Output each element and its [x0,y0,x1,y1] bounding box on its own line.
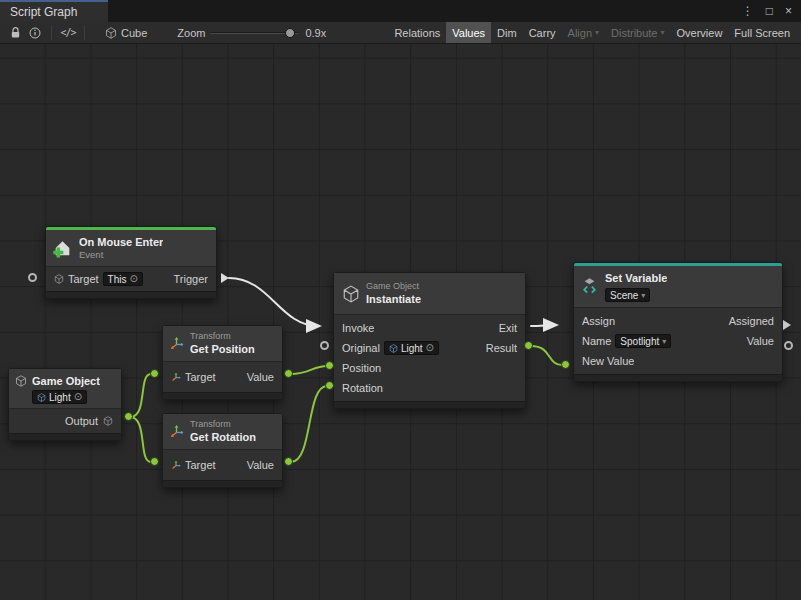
port-row: Target Value [163,454,282,476]
node-header[interactable]: Transform Get Rotation [163,414,282,450]
cube-icon [342,285,360,303]
wire-light-to-getrotation-target[interactable] [130,417,151,462]
transform-icon [169,336,184,351]
object-picker-icon[interactable]: ⊙ [129,274,137,284]
node-header[interactable]: On Mouse Enter Event [46,230,216,267]
wire-light-to-getposition-target[interactable] [130,374,151,417]
port-set-variable-new-value-input[interactable] [561,360,570,369]
node-title: Game Object [32,374,100,388]
info-icon[interactable] [25,24,45,42]
node-footer [574,374,782,381]
node-header[interactable]: Set Variable Scene ▾ [574,266,782,308]
zoom-value: 0.9x [305,27,326,39]
toolbar-button-carry[interactable]: Carry [523,22,562,43]
node-category: Transform [190,331,255,342]
wire-result-to-new-value[interactable] [531,346,562,365]
chevron-down-icon: ▾ [662,337,666,346]
tab-script-graph[interactable]: Script Graph [0,0,108,22]
port-get-position-value-output[interactable] [284,369,293,378]
node-header[interactable]: Game Object Light ⊙ [9,369,121,409]
toolbar-button-overview[interactable]: Overview [671,22,729,43]
node-get-rotation[interactable]: Transform Get Rotation Targe [162,413,283,488]
port-game-object-output[interactable] [124,412,133,421]
wire-trigger-to-invoke[interactable] [229,278,318,326]
name-port-label: Name [582,335,611,347]
graph-toolbar: </> Cube Zoom 0.9x Relations Values Dim … [0,22,801,44]
tab-title: Script Graph [10,5,77,19]
zoom-slider[interactable] [211,27,299,39]
port-get-rotation-target-input[interactable] [150,457,159,466]
port-get-rotation-value-output[interactable] [284,457,293,466]
port-row: Invoke Exit [334,318,525,338]
toolbar-separator [51,26,52,40]
port-row: Original Light ⊙ Result [334,338,525,358]
node-title: On Mouse Enter [79,235,163,249]
toolbar-button-dim[interactable]: Dim [491,22,523,43]
original-value-chip[interactable]: Light ⊙ [384,341,439,355]
context-label: Cube [121,27,147,39]
original-port-label: Original [342,342,380,354]
target-port-label: Target [68,273,99,285]
port-row: Position [334,358,525,378]
node-footer [334,401,525,408]
node-footer [163,392,282,399]
port-trigger-output[interactable] [221,273,229,283]
chevron-down-icon: ▾ [641,291,645,300]
wire-rotation-value-to-instantiate[interactable] [291,386,327,462]
node-get-position[interactable]: Transform Get Position Targe [162,325,283,400]
assigned-port-label: Assigned [729,315,774,327]
node-category: Game Object [366,281,421,292]
port-instantiate-rotation-input[interactable] [325,381,334,390]
node-instantiate[interactable]: Game Object Instantiate Invoke Exit Orig… [333,272,526,409]
object-picker-icon[interactable]: ⊙ [426,343,434,353]
node-set-variable[interactable]: Set Variable Scene ▾ Assign Assigned [573,262,783,382]
node-header[interactable]: Game Object Instantiate [334,273,525,315]
window-menu-icon[interactable]: ⋮ [742,5,754,17]
game-object-value-chip[interactable]: Light ⊙ [32,390,87,404]
port-on-mouse-enter-target-input[interactable] [28,273,37,282]
object-picker-icon[interactable]: ⊙ [74,392,82,402]
toolbar-button-align[interactable]: Align ▾ [562,22,605,43]
port-row: Target This ⊙ Trigger [46,269,216,289]
zoom-slider-knob[interactable] [285,28,295,38]
node-title: Get Rotation [190,430,256,444]
target-value-chip[interactable]: This ⊙ [103,272,143,286]
port-row: Output [9,411,121,431]
rotation-port-label: Rotation [342,382,383,394]
chevron-down-icon: ▾ [595,28,599,37]
toolbar-button-values[interactable]: Values [446,22,491,43]
toolbar-button-full-screen[interactable]: Full Screen [728,22,796,43]
new-value-port-label: New Value [582,355,634,367]
unity-script-graph-window: Script Graph ⋮ □ × </> Cube Zoom [0,0,801,600]
port-instantiate-position-input[interactable] [325,361,334,370]
graph-canvas[interactable]: On Mouse Enter Event Target This ⊙ [0,44,801,600]
output-port-label: Output [65,415,98,427]
toolbar-button-relations[interactable]: Relations [388,22,446,43]
close-icon[interactable]: × [785,5,792,17]
variable-scope-dropdown[interactable]: Scene ▾ [605,288,650,302]
wire-exit-to-assign[interactable] [531,325,555,326]
port-set-variable-assigned-output[interactable] [783,320,791,330]
toolbar-button-distribute[interactable]: Distribute ▾ [605,22,670,43]
port-instantiate-original-input[interactable] [320,341,329,350]
node-on-mouse-enter[interactable]: On Mouse Enter Event Target This ⊙ [45,226,217,299]
lock-icon[interactable] [5,24,25,42]
port-set-variable-value-output[interactable] [784,341,793,350]
port-get-position-target-input[interactable] [150,369,159,378]
wire-position-value-to-instantiate[interactable] [291,366,327,374]
node-game-object-light[interactable]: Game Object Light ⊙ Output [8,368,122,441]
code-view-icon[interactable]: </> [58,24,78,42]
variable-name-dropdown[interactable]: Spotlight ▾ [615,334,671,348]
chevron-down-icon: ▾ [661,28,665,37]
value-port-label: Value [247,371,274,383]
position-port-label: Position [342,362,381,374]
port-instantiate-result-output[interactable] [524,341,533,350]
cube-icon [389,344,398,353]
exit-port-label: Exit [499,322,517,334]
invoke-port-label: Invoke [342,322,374,334]
node-footer [46,291,216,298]
graph-context-breadcrumb[interactable]: Cube [105,27,147,39]
maximize-icon[interactable]: □ [766,5,773,17]
target-port-label: Target [185,459,216,471]
node-header[interactable]: Transform Get Position [163,326,282,362]
